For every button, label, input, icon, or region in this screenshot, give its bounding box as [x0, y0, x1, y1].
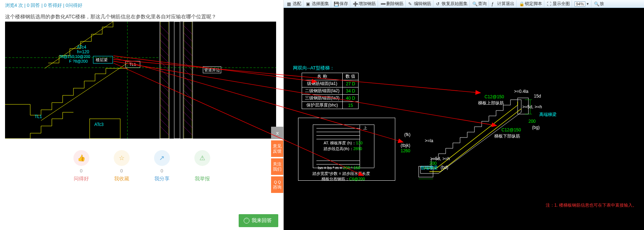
- tb-zoom-in-button[interactable]: 🔍放: [592, 0, 606, 8]
- grid-icon: ▦: [287, 1, 292, 6]
- tb-save-button[interactable]: 💾保存: [332, 0, 350, 8]
- drawing-title: 网双向--AT型楼梯：: [293, 65, 334, 71]
- svg-line-28: [183, 68, 193, 78]
- star-icon: ☆: [114, 150, 130, 166]
- tb-full-view-button[interactable]: ⛶显示全图: [545, 0, 572, 8]
- tbjk-value[interactable]: 1260: [401, 148, 410, 153]
- svg-line-12: [160, 61, 169, 71]
- thumbs-up-icon: 👍: [73, 150, 89, 166]
- zoom-in-icon: 🔍: [594, 1, 599, 6]
- anchor-5d-h-bot: >=5d, >=h: [430, 156, 450, 161]
- svg-line-7: [160, 25, 169, 35]
- restore-icon: ↺: [436, 1, 441, 6]
- param-header-name: 名 称: [302, 73, 343, 80]
- pencil-icon: ✎: [408, 1, 413, 6]
- svg-text:管道井边: 管道井边: [204, 68, 220, 72]
- tb-peitao-button[interactable]: ▦选配: [285, 0, 303, 8]
- tbjk-label: (tbjk): [401, 143, 410, 148]
- svg-line-21: [160, 126, 169, 135]
- replies-count: 0 回答: [27, 3, 40, 8]
- svg-line-36: [183, 126, 193, 135]
- question-text: 这个楼梯钢筋选用的参数化ATC楼梯，那这几个钢筋信息在参数化里各自对应输在哪个位…: [5, 14, 278, 20]
- favorite-button[interactable]: ☆ 0 我收藏: [111, 150, 132, 182]
- svg-text:?8@150;10@200: ?8@150;10@200: [59, 54, 90, 59]
- svg-text:TL1: TL1: [35, 114, 42, 119]
- lock-icon: 🔒: [519, 1, 524, 6]
- svg-text:F ?8@200: F ?8@200: [69, 59, 88, 63]
- high-beam-label: 高端梯梁: [539, 112, 557, 118]
- good-question-button[interactable]: 👍 0 问得好: [71, 150, 92, 182]
- feedback-button[interactable]: 意见反馈: [271, 140, 283, 157]
- anchor-la: >=la: [425, 138, 433, 143]
- dist-rebar-value[interactable]: C6@200: [349, 177, 365, 181]
- svg-line-25: [183, 47, 193, 56]
- tb-zoom-field[interactable]: 94%▼: [573, 0, 591, 8]
- share-icon: ↗: [154, 150, 170, 166]
- svg-rect-2: [174, 22, 180, 139]
- anchor-15d: 15d: [534, 94, 541, 99]
- tb-edit-rebar-button[interactable]: ✎编辑钢筋: [406, 0, 433, 8]
- svg-line-26: [183, 54, 193, 63]
- answer-button[interactable]: 我来回答: [239, 214, 278, 227]
- select-icon: ▣: [306, 1, 311, 6]
- stair-section-svg: [417, 84, 561, 191]
- svg-line-24: [183, 40, 193, 49]
- plan-thickness-value[interactable]: 130: [356, 141, 362, 145]
- dim-200-top: 200: [528, 119, 536, 124]
- save-icon: 💾: [334, 1, 339, 6]
- good-answers-count: 0 答得好: [44, 3, 62, 8]
- bottom-rebar-value[interactable]: C12@150: [501, 127, 521, 132]
- chat-bubble-icon: [244, 218, 249, 224]
- calc-icon: ƒ: [491, 1, 496, 6]
- follow-us-button[interactable]: 关注我们: [271, 158, 283, 175]
- svg-text:TL1: TL1: [129, 62, 136, 67]
- svg-line-15: [160, 83, 169, 92]
- svg-text:h=120: h=120: [77, 49, 89, 54]
- lsn-value[interactable]: 260 * 150: [343, 166, 360, 170]
- param-header-value: 数 值: [343, 73, 359, 80]
- svg-line-10: [160, 47, 169, 56]
- svg-line-20: [160, 119, 169, 128]
- scroll-top-button[interactable]: ⌅: [271, 127, 283, 139]
- tb-del-rebar-button[interactable]: ➖删除钢筋: [379, 0, 406, 8]
- formula-step-width: 踏步宽度*步数 = 踏步段水平长度: [312, 171, 370, 176]
- dim-200-bot: 200: [429, 161, 437, 166]
- plan-up-label: 上: [363, 125, 367, 131]
- svg-text:ATc4: ATc4: [77, 45, 86, 50]
- tb-query-button[interactable]: 🔍查询: [470, 0, 489, 8]
- bottom-rebar-label: 梯板下部纵筋: [494, 133, 520, 139]
- report-button[interactable]: ⚠ 我举报: [192, 150, 213, 182]
- good-question-count: 0问得好: [66, 3, 82, 8]
- svg-rect-1: [183, 22, 193, 139]
- forum-left-pane: 浏览4 次 | 0 回答 | 0 答得好 | 0问得好 这个楼梯钢筋选用的参数化…: [0, 0, 284, 230]
- svg-line-18: [160, 104, 169, 114]
- tb-restore-button[interactable]: ↺恢复原始图集: [434, 0, 470, 8]
- svg-line-13: [160, 68, 169, 78]
- svg-line-17: [160, 97, 169, 107]
- tb-select-button[interactable]: ▣选择图集: [304, 0, 331, 8]
- left-cad-drawing: ATc4 h=120 ?8@150;10@200 F ?8@200 楼层梁 TL…: [5, 22, 276, 139]
- svg-line-23: [183, 32, 193, 42]
- tb-add-rebar-button[interactable]: ➕增加钢筋: [351, 0, 378, 8]
- bg-label: (bg): [532, 125, 540, 130]
- left-cad-svg: ATc4 h=120 ?8@150;10@200 F ?8@200 楼层梁 TL…: [5, 22, 276, 139]
- plan-total-height-value[interactable]: 2850: [353, 146, 362, 151]
- right-cad-canvas[interactable]: 网双向--AT型楼梯： 名 称数 值 级钢筋锚固(la1)27 D 二级钢筋锚固…: [284, 8, 644, 230]
- action-bar: 👍 0 问得好 ☆ 0 我收藏 ↗ 0 我分享 ⚠ 我举报: [5, 150, 278, 182]
- svg-text:楼层梁: 楼层梁: [96, 58, 108, 62]
- svg-line-35: [183, 119, 193, 128]
- tb-lock-script-button[interactable]: 🔒锁定脚本: [517, 0, 544, 8]
- fk-label: (fk): [404, 132, 410, 137]
- qq-consult-button[interactable]: ＱＱ咨询: [271, 176, 283, 193]
- svg-line-8: [160, 32, 169, 42]
- floating-side-buttons: ⌅ 意见反馈 关注我们 ＱＱ咨询: [271, 127, 283, 193]
- svg-line-34: [183, 112, 193, 121]
- top-rebar-value[interactable]: C12@150: [485, 94, 504, 99]
- svg-line-19: [160, 112, 169, 121]
- tb-calc-exit-button[interactable]: ƒ计算退出: [490, 0, 517, 8]
- footer-note: 注：1. 楼梯板钢筋信息也可在下表中直接输入。: [546, 202, 637, 208]
- share-button[interactable]: ↗ 0 我分享: [151, 150, 173, 182]
- svg-line-22: [183, 25, 193, 35]
- svg-line-9: [160, 40, 169, 49]
- svg-line-11: [160, 54, 169, 63]
